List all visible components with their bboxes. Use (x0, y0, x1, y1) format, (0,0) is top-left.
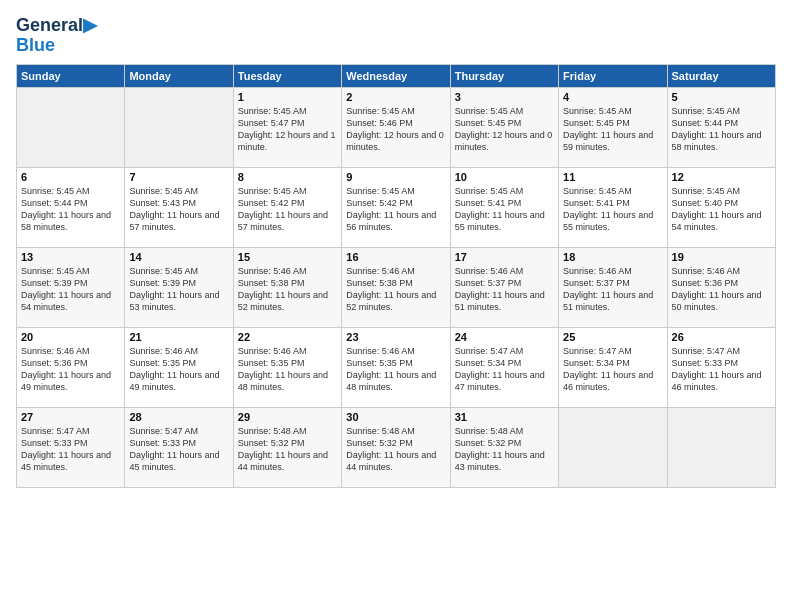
day-number: 10 (455, 171, 554, 183)
day-info: Sunrise: 5:48 AMSunset: 5:32 PMDaylight:… (346, 425, 445, 474)
logo-blue: Blue (16, 36, 55, 54)
calendar-week-row: 20Sunrise: 5:46 AMSunset: 5:36 PMDayligh… (17, 327, 776, 407)
day-info: Sunrise: 5:46 AMSunset: 5:36 PMDaylight:… (21, 345, 120, 394)
day-info: Sunrise: 5:46 AMSunset: 5:36 PMDaylight:… (672, 265, 771, 314)
calendar-cell: 15Sunrise: 5:46 AMSunset: 5:38 PMDayligh… (233, 247, 341, 327)
day-info: Sunrise: 5:46 AMSunset: 5:37 PMDaylight:… (563, 265, 662, 314)
day-number: 27 (21, 411, 120, 423)
day-number: 19 (672, 251, 771, 263)
calendar-cell: 21Sunrise: 5:46 AMSunset: 5:35 PMDayligh… (125, 327, 233, 407)
calendar-cell: 26Sunrise: 5:47 AMSunset: 5:33 PMDayligh… (667, 327, 775, 407)
day-number: 23 (346, 331, 445, 343)
calendar-cell: 12Sunrise: 5:45 AMSunset: 5:40 PMDayligh… (667, 167, 775, 247)
day-info: Sunrise: 5:45 AMSunset: 5:40 PMDaylight:… (672, 185, 771, 234)
day-info: Sunrise: 5:45 AMSunset: 5:41 PMDaylight:… (455, 185, 554, 234)
day-number: 9 (346, 171, 445, 183)
calendar-cell: 10Sunrise: 5:45 AMSunset: 5:41 PMDayligh… (450, 167, 558, 247)
calendar-cell: 19Sunrise: 5:46 AMSunset: 5:36 PMDayligh… (667, 247, 775, 327)
logo: General▶ Blue (16, 16, 97, 54)
day-info: Sunrise: 5:47 AMSunset: 5:34 PMDaylight:… (563, 345, 662, 394)
calendar-cell: 14Sunrise: 5:45 AMSunset: 5:39 PMDayligh… (125, 247, 233, 327)
day-number: 31 (455, 411, 554, 423)
day-info: Sunrise: 5:46 AMSunset: 5:35 PMDaylight:… (238, 345, 337, 394)
weekday-header: Sunday (17, 64, 125, 87)
day-number: 11 (563, 171, 662, 183)
calendar-week-row: 13Sunrise: 5:45 AMSunset: 5:39 PMDayligh… (17, 247, 776, 327)
day-number: 29 (238, 411, 337, 423)
day-number: 12 (672, 171, 771, 183)
calendar-week-row: 27Sunrise: 5:47 AMSunset: 5:33 PMDayligh… (17, 407, 776, 487)
day-info: Sunrise: 5:48 AMSunset: 5:32 PMDaylight:… (455, 425, 554, 474)
weekday-header: Friday (559, 64, 667, 87)
day-info: Sunrise: 5:46 AMSunset: 5:35 PMDaylight:… (129, 345, 228, 394)
day-info: Sunrise: 5:46 AMSunset: 5:38 PMDaylight:… (346, 265, 445, 314)
calendar-cell: 8Sunrise: 5:45 AMSunset: 5:42 PMDaylight… (233, 167, 341, 247)
day-info: Sunrise: 5:47 AMSunset: 5:33 PMDaylight:… (129, 425, 228, 474)
day-number: 30 (346, 411, 445, 423)
logo-text: General▶ (16, 16, 97, 36)
weekday-header: Thursday (450, 64, 558, 87)
calendar-cell: 30Sunrise: 5:48 AMSunset: 5:32 PMDayligh… (342, 407, 450, 487)
calendar-cell (667, 407, 775, 487)
calendar-cell: 11Sunrise: 5:45 AMSunset: 5:41 PMDayligh… (559, 167, 667, 247)
day-info: Sunrise: 5:45 AMSunset: 5:39 PMDaylight:… (129, 265, 228, 314)
day-number: 13 (21, 251, 120, 263)
calendar-cell: 3Sunrise: 5:45 AMSunset: 5:45 PMDaylight… (450, 87, 558, 167)
day-number: 25 (563, 331, 662, 343)
calendar-cell: 27Sunrise: 5:47 AMSunset: 5:33 PMDayligh… (17, 407, 125, 487)
day-info: Sunrise: 5:45 AMSunset: 5:47 PMDaylight:… (238, 105, 337, 154)
weekday-header: Tuesday (233, 64, 341, 87)
calendar-cell: 4Sunrise: 5:45 AMSunset: 5:45 PMDaylight… (559, 87, 667, 167)
day-number: 3 (455, 91, 554, 103)
page-header: General▶ Blue (16, 16, 776, 54)
calendar-cell: 9Sunrise: 5:45 AMSunset: 5:42 PMDaylight… (342, 167, 450, 247)
calendar-cell: 13Sunrise: 5:45 AMSunset: 5:39 PMDayligh… (17, 247, 125, 327)
day-number: 21 (129, 331, 228, 343)
calendar-cell: 18Sunrise: 5:46 AMSunset: 5:37 PMDayligh… (559, 247, 667, 327)
calendar-cell: 2Sunrise: 5:45 AMSunset: 5:46 PMDaylight… (342, 87, 450, 167)
day-info: Sunrise: 5:45 AMSunset: 5:45 PMDaylight:… (455, 105, 554, 154)
weekday-header: Saturday (667, 64, 775, 87)
calendar-cell: 24Sunrise: 5:47 AMSunset: 5:34 PMDayligh… (450, 327, 558, 407)
day-number: 6 (21, 171, 120, 183)
day-number: 18 (563, 251, 662, 263)
day-info: Sunrise: 5:45 AMSunset: 5:42 PMDaylight:… (346, 185, 445, 234)
day-info: Sunrise: 5:45 AMSunset: 5:45 PMDaylight:… (563, 105, 662, 154)
day-info: Sunrise: 5:45 AMSunset: 5:46 PMDaylight:… (346, 105, 445, 154)
day-info: Sunrise: 5:45 AMSunset: 5:44 PMDaylight:… (21, 185, 120, 234)
day-number: 5 (672, 91, 771, 103)
day-info: Sunrise: 5:45 AMSunset: 5:44 PMDaylight:… (672, 105, 771, 154)
calendar-cell: 23Sunrise: 5:46 AMSunset: 5:35 PMDayligh… (342, 327, 450, 407)
day-number: 17 (455, 251, 554, 263)
day-info: Sunrise: 5:45 AMSunset: 5:41 PMDaylight:… (563, 185, 662, 234)
calendar-cell (125, 87, 233, 167)
day-info: Sunrise: 5:45 AMSunset: 5:43 PMDaylight:… (129, 185, 228, 234)
day-number: 14 (129, 251, 228, 263)
day-info: Sunrise: 5:45 AMSunset: 5:42 PMDaylight:… (238, 185, 337, 234)
day-number: 16 (346, 251, 445, 263)
calendar-cell: 7Sunrise: 5:45 AMSunset: 5:43 PMDaylight… (125, 167, 233, 247)
day-number: 20 (21, 331, 120, 343)
calendar-cell: 25Sunrise: 5:47 AMSunset: 5:34 PMDayligh… (559, 327, 667, 407)
calendar-cell: 31Sunrise: 5:48 AMSunset: 5:32 PMDayligh… (450, 407, 558, 487)
day-number: 1 (238, 91, 337, 103)
day-number: 26 (672, 331, 771, 343)
day-number: 4 (563, 91, 662, 103)
calendar-cell (17, 87, 125, 167)
calendar-cell: 20Sunrise: 5:46 AMSunset: 5:36 PMDayligh… (17, 327, 125, 407)
calendar-cell: 5Sunrise: 5:45 AMSunset: 5:44 PMDaylight… (667, 87, 775, 167)
calendar-cell: 17Sunrise: 5:46 AMSunset: 5:37 PMDayligh… (450, 247, 558, 327)
weekday-header: Monday (125, 64, 233, 87)
day-info: Sunrise: 5:46 AMSunset: 5:37 PMDaylight:… (455, 265, 554, 314)
day-info: Sunrise: 5:47 AMSunset: 5:33 PMDaylight:… (672, 345, 771, 394)
day-info: Sunrise: 5:45 AMSunset: 5:39 PMDaylight:… (21, 265, 120, 314)
calendar-cell: 29Sunrise: 5:48 AMSunset: 5:32 PMDayligh… (233, 407, 341, 487)
day-number: 2 (346, 91, 445, 103)
calendar-cell: 22Sunrise: 5:46 AMSunset: 5:35 PMDayligh… (233, 327, 341, 407)
day-number: 15 (238, 251, 337, 263)
weekday-header-row: SundayMondayTuesdayWednesdayThursdayFrid… (17, 64, 776, 87)
day-number: 28 (129, 411, 228, 423)
calendar-table: SundayMondayTuesdayWednesdayThursdayFrid… (16, 64, 776, 488)
calendar-cell: 16Sunrise: 5:46 AMSunset: 5:38 PMDayligh… (342, 247, 450, 327)
day-info: Sunrise: 5:46 AMSunset: 5:35 PMDaylight:… (346, 345, 445, 394)
